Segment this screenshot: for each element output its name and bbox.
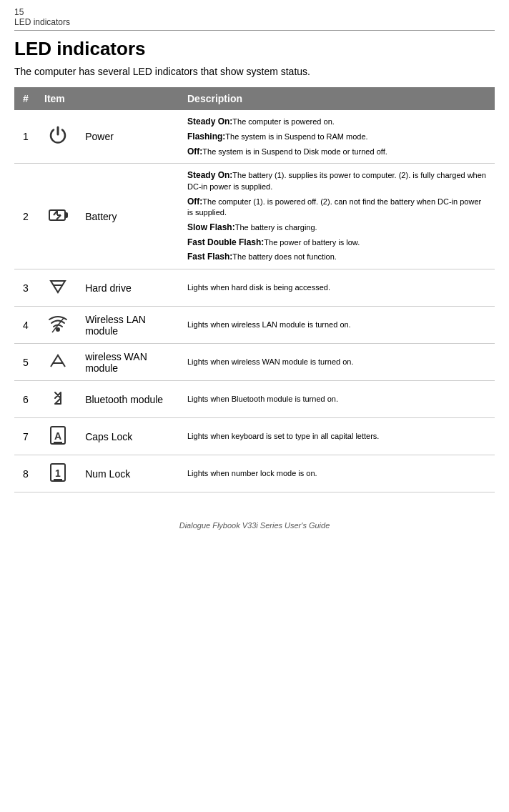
- svg-point-7: [56, 328, 59, 331]
- table-row: 6 Bluetooth moduleLights when Bluetooth …: [14, 381, 495, 418]
- row-number: 8: [14, 455, 37, 492]
- table-header-row: # Item Description: [14, 87, 495, 110]
- item-description: Lights when wireless WAN module is turne…: [180, 344, 495, 381]
- description-line: Lights when wireless WAN module is turne…: [187, 357, 488, 367]
- item-name: Caps Lock: [78, 418, 180, 455]
- item-description: Lights when Bluetooth module is turned o…: [180, 381, 495, 418]
- item-description: Lights when hard disk is being accessed.: [180, 269, 495, 307]
- icon-bluetooth: [37, 381, 78, 418]
- table-row: 3 Hard driveLights when hard disk is bei…: [14, 269, 495, 307]
- description-line: Lights when number lock mode is on.: [187, 468, 488, 479]
- page-number: 15: [14, 7, 495, 17]
- description-line: Off:The computer (1). is powered off. (2…: [187, 196, 488, 219]
- item-description: Steady On:The battery (1). supplies its …: [180, 164, 495, 269]
- table-row: 4 Wireless LAN moduleLights when wireles…: [14, 307, 495, 344]
- description-line: Lights when Bluetooth module is turned o…: [187, 394, 488, 405]
- svg-rect-1: [65, 213, 67, 217]
- item-name: Battery: [78, 164, 180, 269]
- page-title: LED indicators: [14, 38, 495, 60]
- svg-text:1: 1: [55, 467, 61, 479]
- item-description: Lights when number lock mode is on.: [180, 455, 495, 492]
- item-name: Num Lock: [78, 455, 180, 492]
- description-line: Lights when hard disk is being accessed.: [187, 282, 488, 293]
- icon-power: [37, 110, 78, 164]
- footer: Dialogue Flybook V33i Series User's Guid…: [14, 521, 495, 530]
- icon-battery: [37, 164, 78, 269]
- description-line: Flashing:The system is in Suspend to RAM…: [187, 131, 488, 143]
- row-number: 1: [14, 110, 37, 164]
- row-number: 6: [14, 381, 37, 418]
- table-row: 5 wireless WAN moduleLights when wireles…: [14, 344, 495, 381]
- icon-wirelesswan: [37, 344, 78, 381]
- item-name: Bluetooth module: [78, 381, 180, 418]
- table-row: 8 1 Num LockLights when number lock mode…: [14, 455, 495, 492]
- icon-capslock: A: [37, 418, 78, 455]
- col-description: Description: [180, 87, 495, 110]
- item-name: wireless WAN module: [78, 344, 180, 381]
- svg-text:A: A: [54, 430, 61, 442]
- item-description: Steady On:The computer is powered on.Fla…: [180, 110, 495, 164]
- icon-numlock: 1: [37, 455, 78, 492]
- description-line: Fast Double Flash:The power of battery i…: [187, 237, 488, 249]
- description-line: Steady On:The battery (1). supplies its …: [187, 169, 488, 192]
- col-number: #: [14, 87, 37, 110]
- table-row: 1 PowerSteady On:The computer is powered…: [14, 110, 495, 164]
- description-line: Slow Flash:The battery is charging.: [187, 222, 488, 234]
- led-indicators-table: # Item Description 1 PowerSteady On:The …: [14, 87, 495, 492]
- row-number: 2: [14, 164, 37, 269]
- item-name: Wireless LAN module: [78, 307, 180, 344]
- row-number: 4: [14, 307, 37, 344]
- description-line: Off:The system is in Suspend to Disk mod…: [187, 146, 488, 158]
- icon-harddrive: [37, 269, 78, 307]
- table-row: 7 A Caps LockLights when keyboard is set…: [14, 418, 495, 455]
- page-subtitle: The computer has several LED indicators …: [14, 66, 495, 77]
- description-line: Lights when wireless LAN module is turne…: [187, 320, 488, 330]
- row-number: 7: [14, 418, 37, 455]
- item-description: Lights when wireless LAN module is turne…: [180, 307, 495, 344]
- table-row: 2 BatterySteady On:The battery (1). supp…: [14, 164, 495, 269]
- svg-rect-15: [54, 479, 62, 480]
- description-line: Fast Flash:The battery does not function…: [187, 251, 488, 263]
- item-name: Power: [78, 110, 180, 164]
- description-line: Steady On:The computer is powered on.: [187, 116, 488, 128]
- description-line: Lights when keyboard is set to type in a…: [187, 431, 488, 442]
- icon-wirelesslan: [37, 307, 78, 344]
- row-number: 3: [14, 269, 37, 307]
- page-header: 15 LED indicators: [14, 7, 495, 31]
- svg-rect-12: [54, 442, 62, 443]
- col-item: Item: [37, 87, 180, 110]
- section-name: LED indicators: [14, 17, 495, 27]
- item-name: Hard drive: [78, 269, 180, 307]
- item-description: Lights when keyboard is set to type in a…: [180, 418, 495, 455]
- row-number: 5: [14, 344, 37, 381]
